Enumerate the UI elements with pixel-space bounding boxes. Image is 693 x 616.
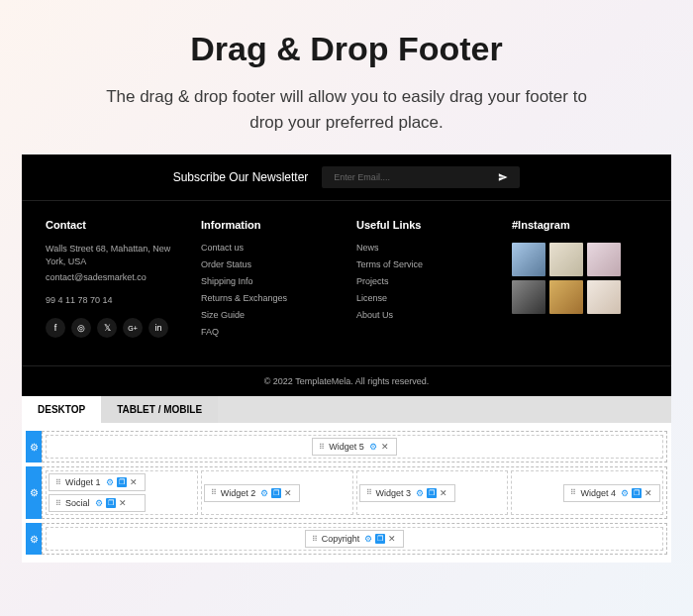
drop-slot[interactable]: ⠿ Widget 4 ⚙❐✕ (511, 470, 663, 515)
drop-slot[interactable]: ⠿ Widget 2 ⚙❐✕ (201, 470, 353, 515)
widget-block[interactable]: ⠿ Widget 1 ⚙❐✕ (49, 473, 146, 491)
row-settings-button[interactable]: ⚙ (26, 431, 42, 462)
gear-icon[interactable]: ⚙ (620, 488, 630, 498)
widget-label: Widget 5 (329, 442, 364, 452)
duplicate-icon[interactable]: ❐ (632, 488, 642, 498)
useful-links-column: Useful Links News Terms of Service Proje… (356, 219, 492, 344)
grip-icon: ⠿ (312, 535, 318, 544)
instagram-heading: #Instagram (512, 219, 647, 231)
row-settings-button[interactable]: ⚙ (26, 466, 42, 519)
footer-link[interactable]: Returns & Exchanges (201, 293, 337, 303)
close-icon[interactable]: ✕ (283, 488, 293, 498)
footer-link[interactable]: Terms of Service (356, 259, 492, 269)
grip-icon: ⠿ (319, 443, 325, 452)
contact-email: contact@sadesmarket.co (46, 271, 181, 284)
drop-slot[interactable]: ⠿ Copyright ⚙❐✕ (46, 527, 663, 551)
duplicate-icon[interactable]: ❐ (427, 488, 437, 498)
gear-icon[interactable]: ⚙ (259, 488, 269, 498)
drop-slot[interactable]: ⠿ Widget 1 ⚙❐✕ ⠿ Social ⚙❐✕ (46, 470, 198, 515)
drop-slot[interactable]: ⠿ Widget 5 ⚙ ✕ (46, 435, 663, 459)
instagram-thumb[interactable] (549, 280, 583, 314)
instagram-thumb[interactable] (512, 280, 545, 314)
facebook-icon[interactable]: f (46, 318, 65, 338)
contact-phone: 99 4 11 78 70 14 (46, 294, 181, 307)
gear-icon[interactable]: ⚙ (94, 498, 104, 508)
widget-label: Widget 1 (65, 477, 101, 487)
footer-link[interactable]: Projects (356, 276, 492, 286)
close-icon[interactable]: ✕ (439, 488, 448, 498)
close-icon[interactable]: ✕ (129, 477, 139, 487)
contact-column: Contact Walls Street 68, Mahattan, New Y… (46, 219, 181, 344)
newsletter-title: Subscribe Our Newsletter (173, 170, 309, 184)
drop-slot[interactable]: ⠿ Widget 3 ⚙❐✕ (356, 470, 509, 515)
gear-icon[interactable]: ⚙ (415, 488, 425, 498)
hero-subtitle: The drag & drop footer will allow you to… (99, 84, 594, 135)
instagram-icon[interactable]: ◎ (71, 318, 91, 338)
newsletter-input[interactable]: Enter Email.... (322, 166, 520, 188)
grip-icon: ⠿ (366, 488, 372, 497)
linkedin-icon[interactable]: in (148, 318, 168, 338)
widget-label: Widget 4 (580, 488, 616, 498)
builder-row: ⚙ ⠿ Widget 1 ⚙❐✕ ⠿ Social ⚙❐✕ (26, 466, 667, 519)
footer-link[interactable]: News (356, 243, 492, 253)
footer-link[interactable]: License (356, 293, 492, 303)
instagram-thumb[interactable] (587, 280, 621, 314)
widget-label: Copyright (322, 534, 360, 544)
row-settings-button[interactable]: ⚙ (26, 523, 42, 555)
widget-label: Social (65, 498, 90, 508)
duplicate-icon[interactable]: ❐ (106, 498, 116, 508)
builder-row: ⚙ ⠿ Widget 5 ⚙ ✕ (26, 431, 667, 462)
footer-link[interactable]: Shipping Info (201, 276, 337, 286)
copyright-text: © 2022 TemplateMela. All rights reserved… (22, 365, 671, 396)
footer-link[interactable]: FAQ (201, 327, 337, 337)
close-icon[interactable]: ✕ (644, 488, 653, 498)
hero-title: Drag & Drop Footer (40, 30, 653, 68)
footer-link[interactable]: Order Status (201, 259, 337, 269)
grip-icon: ⠿ (570, 488, 576, 497)
widget-block[interactable]: ⠿ Social ⚙❐✕ (49, 494, 146, 512)
information-column: Information Contact us Order Status Ship… (201, 219, 337, 344)
footer-link[interactable]: Contact us (201, 243, 337, 253)
duplicate-icon[interactable]: ❐ (271, 488, 281, 498)
widget-block[interactable]: ⠿ Widget 2 ⚙❐✕ (204, 484, 301, 502)
footer-preview: Subscribe Our Newsletter Enter Email....… (22, 154, 671, 396)
contact-address: Walls Street 68, Mahattan, New York, USA (46, 243, 181, 267)
builder-row: ⚙ ⠿ Copyright ⚙❐✕ (26, 523, 667, 555)
instagram-column: #Instagram (512, 219, 647, 344)
tab-desktop[interactable]: DESKTOP (22, 396, 101, 423)
instagram-thumb[interactable] (512, 243, 545, 276)
duplicate-icon[interactable]: ❐ (375, 534, 385, 544)
grip-icon: ⠿ (55, 478, 61, 487)
widget-block[interactable]: ⠿ Widget 3 ⚙❐✕ (359, 484, 456, 502)
contact-heading: Contact (46, 219, 181, 231)
close-icon[interactable]: ✕ (380, 442, 390, 452)
gear-icon[interactable]: ⚙ (363, 534, 373, 544)
send-icon[interactable] (498, 172, 508, 182)
builder-panel: DESKTOP TABLET / MOBILE ⚙ ⠿ Widget 5 ⚙ ✕ (22, 396, 671, 563)
gear-icon[interactable]: ⚙ (368, 442, 378, 452)
instagram-thumb[interactable] (587, 243, 621, 276)
grip-icon: ⠿ (211, 488, 217, 497)
grip-icon: ⠿ (55, 499, 61, 508)
useful-heading: Useful Links (356, 219, 492, 231)
newsletter-placeholder: Enter Email.... (334, 172, 390, 182)
tab-mobile[interactable]: TABLET / MOBILE (101, 396, 218, 423)
twitter-icon[interactable]: 𝕏 (97, 318, 117, 338)
information-heading: Information (201, 219, 337, 231)
widget-label: Widget 3 (376, 488, 412, 498)
footer-link[interactable]: Size Guide (201, 310, 337, 320)
widget-block[interactable]: ⠿ Widget 4 ⚙❐✕ (563, 484, 660, 502)
googleplus-icon[interactable]: G+ (123, 318, 143, 338)
widget-block[interactable]: ⠿ Widget 5 ⚙ ✕ (312, 438, 397, 456)
newsletter-bar: Subscribe Our Newsletter Enter Email.... (22, 154, 671, 201)
gear-icon[interactable]: ⚙ (105, 477, 115, 487)
widget-block[interactable]: ⠿ Copyright ⚙❐✕ (305, 530, 405, 548)
duplicate-icon[interactable]: ❐ (117, 477, 127, 487)
instagram-thumb[interactable] (549, 243, 583, 276)
widget-label: Widget 2 (221, 488, 256, 498)
close-icon[interactable]: ✕ (118, 498, 128, 508)
close-icon[interactable]: ✕ (387, 534, 397, 544)
footer-link[interactable]: About Us (356, 310, 492, 320)
